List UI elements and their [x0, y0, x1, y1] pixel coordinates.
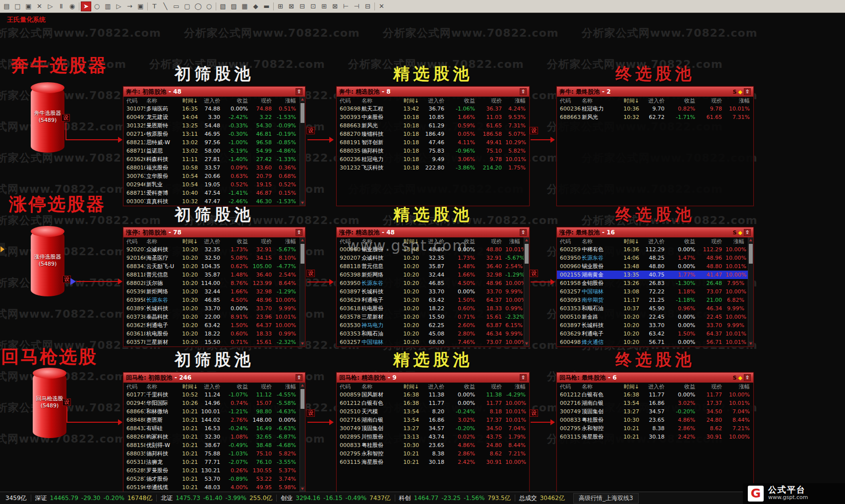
clipboard-icon[interactable]: ▧ — [218, 1, 228, 11]
column-header[interactable]: 时间↓ — [400, 383, 420, 391]
sort-icon[interactable]: S — [733, 89, 737, 95]
table-row[interactable]: 300749顶固集创13:2734.57-0.20%34.507.04% — [337, 424, 529, 433]
cut-icon[interactable]: ✕ — [34, 1, 45, 11]
table-row[interactable]: 002949华阳国际10:2614.960.74%15.07-5.58% — [123, 399, 300, 407]
scroll-down-icon[interactable] — [300, 200, 305, 206]
column-header[interactable]: 涨幅 — [725, 383, 753, 391]
column-header[interactable]: 涨幅 — [505, 383, 529, 391]
column-header[interactable]: 进入价 — [640, 97, 668, 105]
circle-tool-icon[interactable]: ○ — [204, 1, 214, 11]
pool-title-bar[interactable]: 回马枪: 初筛股池- 246⇧ — [123, 373, 305, 383]
scrollbar-thumb[interactable] — [301, 103, 304, 123]
table-row[interactable]: 300749顶固集创13:2734.57-0.20%34.507.04% — [557, 407, 753, 416]
layout-b-icon[interactable]: ⊠ — [330, 1, 340, 11]
column-header[interactable]: 现价 — [251, 97, 275, 105]
connector-tag[interactable]: 设 — [61, 114, 70, 121]
table-row[interactable]: 603629利通电子10:2063.421.50%64.3710.01% — [557, 330, 748, 338]
paste-icon[interactable]: ▨ — [229, 1, 239, 11]
pin-up-icon[interactable]: ⇧ — [296, 374, 302, 381]
fit-right-icon[interactable]: ⊣ — [352, 1, 362, 11]
column-header[interactable]: 涨幅 — [725, 238, 748, 245]
table-row[interactable]: 603950长源东谷10:2046.854.50%48.9610.00% — [337, 279, 524, 287]
pin-up-icon[interactable]: ⇧ — [520, 88, 527, 95]
connector-tag[interactable]: 设 — [62, 398, 71, 406]
column-header[interactable]: 进入价 — [199, 383, 224, 391]
table-row[interactable]: 002714牧原股份13:1146.95-0.30%46.81-0.19% — [123, 130, 300, 138]
scroll-down-icon[interactable] — [300, 486, 305, 492]
grid-split-icon[interactable]: ⊟ — [297, 1, 307, 11]
pool-title-bar[interactable]: 奔牛: 初筛股池- 48⇧ — [123, 87, 305, 97]
table-row[interactable]: 688213思特威-W13:0297.56-1.00%96.58-0.85% — [123, 138, 300, 147]
table-row[interactable]: 603257中国瑞林13:0872.221.18%73.0710.00% — [557, 287, 748, 296]
rect-tool-icon[interactable]: ▭ — [171, 1, 181, 11]
table-row[interactable]: 688710益诺思13:0258.00-5.19%54.99-4.86% — [123, 147, 300, 155]
table-row[interactable]: 603578三星新材10:2015.500.71%15.61-2.32% — [337, 313, 524, 321]
table-row[interactable]: 603897长城科技10:2033.700.00%33.709.99% — [557, 321, 748, 330]
scrollbar[interactable] — [524, 237, 529, 346]
status-feed-source[interactable]: 高级行情_上海双线3 — [573, 493, 639, 504]
column-header[interactable]: 时间↓ — [620, 238, 640, 245]
delete-icon[interactable]: ▦ — [240, 1, 250, 11]
table-row[interactable]: 688118普元信息10:2035.871.48%36.402.54% — [337, 262, 524, 271]
table-row[interactable]: 603698航天工程13:4236.76-1.06%36.374.24% — [337, 105, 529, 113]
column-header[interactable]: 现价 — [699, 238, 725, 245]
table-row[interactable]: 603738泰晶科技10:2022.008.91%23.9610.01% — [123, 313, 300, 321]
table-row[interactable]: 603578三星新材10:2015.500.71%15.61-2.32% — [123, 338, 300, 346]
column-header[interactable]: 现价 — [699, 383, 725, 391]
table-row[interactable]: 600498烽火通信10:2056.710.00%56.7110.01% — [557, 338, 748, 346]
play-icon[interactable]: ▷ — [45, 1, 56, 11]
rounded-rect-tool-icon[interactable]: ▢ — [182, 1, 192, 11]
column-header[interactable]: 时间↓ — [400, 97, 420, 105]
scrollbar[interactable] — [300, 237, 305, 346]
scrollbar[interactable] — [300, 97, 305, 206]
column-header[interactable]: 代码 — [337, 97, 361, 105]
column-header[interactable]: 现价 — [479, 383, 505, 391]
table-row[interactable]: 002895川恒股份13:1343.740.02%43.751.79% — [337, 433, 529, 441]
pool-title-bar[interactable]: 回马枪: 精选股池- 9⇧ — [337, 373, 529, 383]
column-header[interactable]: 名称 — [361, 97, 400, 105]
table-row[interactable]: 002946新乳业10:5419.050.52%19.150.52% — [123, 180, 300, 189]
scroll-up-icon[interactable] — [748, 237, 753, 243]
column-header[interactable]: 名称 — [581, 238, 620, 245]
table-row[interactable]: 605398新炬网络10:2032.441.66%32.98-1.29% — [123, 287, 300, 296]
column-header[interactable]: 现价 — [251, 238, 275, 245]
pin-up-icon[interactable]: ⇧ — [520, 229, 527, 236]
table-row[interactable]: 603353和顺石油10:2045.082.80%46.349.99% — [337, 330, 524, 338]
grid-insert-icon[interactable]: ⊞ — [275, 1, 286, 11]
table-row[interactable]: 002155湖南黄金13:3540.751.77%41.4710.00% — [557, 271, 748, 279]
table-row[interactable]: 688719爱科赛博10:4047.54-1.41%46.870.15% — [123, 189, 300, 197]
table-row[interactable]: 003007直真科技10:3247.47-2.46%46.30-1.53% — [123, 197, 300, 206]
table-row[interactable]: 002716湖南白银13:5416.863.02%17.3710.01% — [557, 399, 753, 407]
table-row[interactable]: 688270臻镭科技10:18186.490.05%186.585.07% — [337, 130, 529, 138]
table-row[interactable]: 603626科森科技11:1127.81-1.40%27.42-1.33% — [123, 155, 300, 164]
scrollbar[interactable] — [748, 237, 753, 346]
run-icon[interactable]: ▷ — [114, 1, 124, 11]
column-header[interactable]: 现价 — [251, 383, 275, 391]
column-header[interactable]: 代码 — [123, 383, 145, 391]
connector-tag[interactable]: 设 — [306, 270, 315, 277]
column-header[interactable]: 收益 — [668, 238, 699, 245]
table-row[interactable]: 601777千里科技10:5211.24-1.07%11.12-4.55% — [123, 391, 300, 399]
column-header[interactable]: 进入价 — [199, 238, 224, 245]
connector-tag[interactable]: 设 — [306, 127, 315, 134]
column-header[interactable]: 时间↓ — [181, 238, 199, 245]
table-row[interactable]: 605287德才股份10:2153.70-0.89%53.223.74% — [123, 475, 300, 483]
column-header[interactable]: 涨幅 — [275, 238, 300, 245]
table-row[interactable]: 603897长城科技10:2033.700.00%33.709.99% — [123, 304, 300, 313]
table-row[interactable]: 688432有研硅10:2116.53-0.24%16.49-6.63% — [123, 424, 300, 433]
pool-title-bar[interactable]: 回马枪: 最终股池- 6S◆⇧ — [557, 373, 753, 383]
scroll-up-icon[interactable] — [524, 237, 529, 243]
column-header[interactable]: 收益 — [224, 97, 251, 105]
table-row[interactable]: 603093南华期货11:1721.25-1.18%21.006.82% — [557, 296, 748, 304]
table-row[interactable]: 002510天汽模13:548.20-0.24%8.1810.01% — [337, 407, 529, 416]
column-header[interactable]: 收益 — [224, 238, 251, 245]
scroll-up-icon[interactable] — [300, 383, 305, 388]
column-header[interactable]: 代码 — [123, 238, 145, 245]
layout-a-icon[interactable]: ⊞ — [319, 1, 329, 11]
save-icon[interactable]: ▣ — [23, 1, 34, 11]
table-row[interactable]: 000960锡业股份13:4848.800.00%48.8010.01% — [557, 262, 748, 271]
table-row[interactable]: 603618杭电股份10:2018.220.60%18.330.99% — [123, 330, 300, 338]
file-list-icon[interactable]: ▤ — [1, 1, 12, 11]
side-panel-toggle[interactable] — [0, 243, 5, 256]
selector-cylinder-huimaqiang[interactable]: 回马枪选股(5489) — [33, 367, 66, 442]
